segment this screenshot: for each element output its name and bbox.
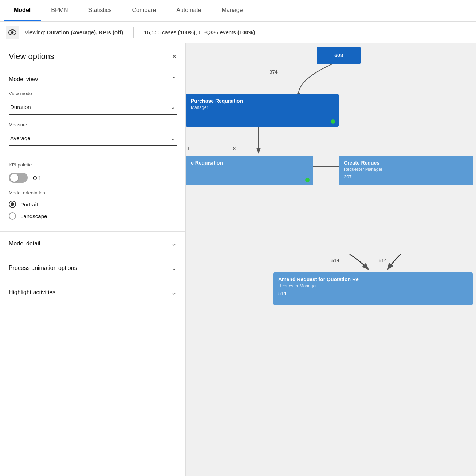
chevron-up-icon[interactable]: ⌃ — [171, 75, 177, 83]
node-608: 608 — [317, 47, 361, 64]
kpi-palette-section: KPI palette Off — [0, 155, 185, 186]
model-detail-header[interactable]: Model detail ⌄ — [0, 232, 185, 256]
node-amend-count: 514 — [278, 291, 468, 296]
process-animation-section: Process animation options ⌄ — [0, 256, 185, 280]
process-animation-header[interactable]: Process animation options ⌄ — [0, 256, 185, 280]
close-button[interactable]: × — [172, 52, 177, 60]
process-animation-title: Process animation options — [9, 265, 77, 271]
view-mode-label: View mode — [9, 91, 177, 96]
process-animation-chevron-icon: ⌄ — [171, 264, 177, 272]
tab-automate[interactable]: Automate — [166, 0, 211, 21]
main-layout: View options × Model view ⌃ View mode Du… — [0, 43, 476, 476]
tab-bpmn[interactable]: BPMN — [41, 0, 78, 21]
model-orientation-section: Model orientation Portrait Landscape — [0, 186, 185, 231]
measure-value: Average — [10, 135, 31, 141]
connector-8: 8 — [233, 146, 236, 151]
landscape-label: Landscape — [20, 213, 47, 219]
node-amend-title: Amend Request for Quotation Re — [278, 276, 359, 282]
model-detail-chevron-icon: ⌄ — [171, 240, 177, 248]
node-e-req-title: e Requisition — [191, 160, 223, 166]
highlight-activities-chevron-icon: ⌄ — [171, 288, 177, 296]
eye-icon[interactable] — [6, 26, 19, 39]
model-detail-title: Model detail — [9, 240, 40, 247]
node-e-requisition: e Requisition — [186, 156, 313, 185]
model-detail-section: Model detail ⌄ — [0, 231, 185, 256]
node-create-req-subtitle: Requester Manager — [344, 167, 468, 172]
node-purchase-requisition: Purchase Requisition Manager — [186, 94, 339, 127]
node-purchase-subtitle: Manager — [191, 105, 334, 110]
toggle-thumb — [10, 174, 18, 182]
kpi-palette-label: KPI palette — [9, 162, 177, 168]
highlight-activities-title: Highlight activities — [9, 289, 55, 296]
panel-title: View options — [9, 52, 54, 61]
portrait-label: Portrait — [20, 201, 38, 208]
canvas-area: 608 374 Purchase Requisition Manager 1 8… — [186, 43, 476, 476]
info-divider — [133, 27, 134, 38]
kpi-toggle[interactable] — [9, 173, 28, 183]
connector-374: 374 — [270, 69, 278, 75]
model-view-header: Model view ⌃ — [0, 67, 185, 83]
cases-info: 16,556 cases (100%), 608,336 events (100… — [144, 29, 255, 35]
connector-514-left: 514 — [331, 258, 339, 263]
tab-model[interactable]: Model — [4, 0, 41, 21]
node-608-title: 608 — [334, 52, 343, 59]
landscape-option[interactable]: Landscape — [9, 212, 177, 220]
node-create-request: Create Reques Requester Manager 307 — [339, 156, 473, 185]
node-amend-request: Amend Request for Quotation Re Requester… — [273, 272, 473, 305]
portrait-option[interactable]: Portrait — [9, 201, 177, 208]
connector-1: 1 — [187, 146, 190, 151]
kpi-toggle-row: Off — [9, 173, 177, 183]
model-view-section: Model view ⌃ View mode Duration ⌄ Measur… — [0, 67, 185, 155]
highlight-activities-section: Highlight activities ⌄ — [0, 280, 185, 304]
top-navigation: Model BPMN Statistics Compare Automate M… — [0, 0, 476, 22]
measure-label: Measure — [9, 122, 177, 127]
tab-manage[interactable]: Manage — [212, 0, 253, 21]
node-create-req-count: 307 — [344, 174, 468, 180]
side-panel: View options × Model view ⌃ View mode Du… — [0, 43, 186, 476]
info-bar: Viewing: Duration (Average), KPIs (off) … — [0, 22, 476, 43]
portrait-radio-dot — [11, 202, 14, 206]
view-mode-value: Duration — [10, 104, 31, 110]
tab-compare[interactable]: Compare — [122, 0, 166, 21]
view-mode-chevron-icon: ⌄ — [170, 103, 175, 110]
panel-header: View options × — [0, 43, 185, 67]
measure-chevron-icon: ⌄ — [170, 135, 175, 142]
node-purchase-dot — [331, 119, 335, 124]
portrait-radio[interactable] — [9, 201, 16, 208]
model-orientation-label: Model orientation — [9, 190, 177, 196]
model-view-title: Model view — [9, 76, 38, 83]
node-create-req-title: Create Reques — [344, 160, 379, 166]
node-amend-subtitle: Requester Manager — [278, 283, 468, 288]
tab-statistics[interactable]: Statistics — [78, 0, 122, 21]
connector-514-right: 514 — [379, 258, 387, 263]
kpi-toggle-label: Off — [33, 175, 40, 181]
svg-point-1 — [11, 31, 14, 34]
view-mode-dropdown[interactable]: Duration ⌄ — [9, 100, 177, 115]
highlight-activities-header[interactable]: Highlight activities ⌄ — [0, 280, 185, 304]
landscape-radio[interactable] — [9, 212, 16, 220]
model-view-content: View mode Duration ⌄ Measure Average ⌄ — [0, 91, 185, 155]
node-e-req-dot — [305, 178, 310, 182]
node-purchase-title: Purchase Requisition — [191, 98, 243, 104]
measure-dropdown[interactable]: Average ⌄ — [9, 131, 177, 146]
viewing-info: Viewing: Duration (Average), KPIs (off) — [25, 29, 123, 35]
